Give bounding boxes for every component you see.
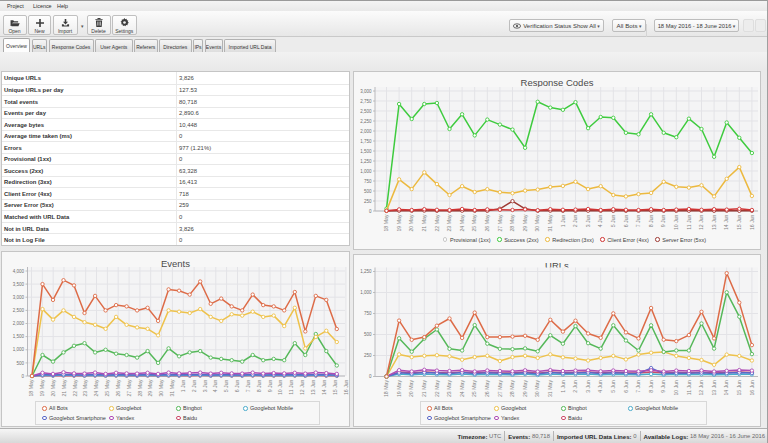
svg-text:14 Jun: 14 Jun bbox=[723, 379, 729, 395]
svg-text:1 Jun: 1 Jun bbox=[560, 379, 566, 392]
svg-text:11 Jun: 11 Jun bbox=[686, 214, 692, 229]
svg-text:27 May: 27 May bbox=[497, 379, 503, 396]
svg-text:21 May: 21 May bbox=[421, 214, 427, 231]
svg-text:9 Jun: 9 Jun bbox=[660, 214, 666, 227]
svg-text:15 Jun: 15 Jun bbox=[736, 214, 742, 230]
svg-text:1,000: 1,000 bbox=[13, 347, 25, 352]
svg-text:3 Jun: 3 Jun bbox=[585, 214, 591, 227]
svg-text:2 Jun: 2 Jun bbox=[572, 214, 578, 227]
svg-text:4,000: 4,000 bbox=[13, 269, 25, 274]
svg-text:19 May: 19 May bbox=[39, 379, 45, 396]
svg-text:1,500: 1,500 bbox=[360, 149, 372, 154]
svg-text:19 May: 19 May bbox=[396, 379, 402, 396]
svg-text:21 May: 21 May bbox=[421, 379, 427, 396]
svg-text:7 Jun: 7 Jun bbox=[635, 214, 641, 227]
svg-text:1,500: 1,500 bbox=[13, 334, 25, 339]
svg-text:3,000: 3,000 bbox=[360, 89, 372, 94]
svg-text:0: 0 bbox=[369, 374, 372, 379]
svg-text:15 Jun: 15 Jun bbox=[332, 379, 338, 395]
svg-text:2 Jun: 2 Jun bbox=[191, 379, 197, 392]
svg-text:27 May: 27 May bbox=[126, 379, 132, 396]
svg-text:13 Jun: 13 Jun bbox=[711, 214, 717, 230]
svg-text:25 May: 25 May bbox=[104, 379, 110, 396]
svg-text:20 May: 20 May bbox=[408, 379, 414, 396]
svg-text:24 May: 24 May bbox=[459, 379, 465, 396]
svg-text:1 Jun: 1 Jun bbox=[560, 214, 566, 227]
svg-text:2,750: 2,750 bbox=[360, 99, 372, 104]
svg-text:1,250: 1,250 bbox=[360, 269, 372, 274]
svg-text:4 Jun: 4 Jun bbox=[597, 214, 603, 227]
svg-text:8 Jun: 8 Jun bbox=[256, 379, 262, 392]
svg-text:3 Jun: 3 Jun bbox=[585, 379, 591, 392]
svg-text:750: 750 bbox=[364, 311, 372, 316]
svg-text:5 Jun: 5 Jun bbox=[610, 214, 616, 227]
svg-text:29 May: 29 May bbox=[147, 379, 153, 396]
svg-text:16 Jun: 16 Jun bbox=[749, 214, 755, 230]
svg-text:31 May: 31 May bbox=[169, 379, 175, 396]
svg-text:3,000: 3,000 bbox=[13, 295, 25, 300]
svg-text:29 May: 29 May bbox=[522, 214, 528, 231]
svg-text:10 Jun: 10 Jun bbox=[277, 379, 283, 395]
svg-text:20 May: 20 May bbox=[408, 214, 414, 231]
svg-text:26 May: 26 May bbox=[115, 379, 121, 396]
svg-text:23 May: 23 May bbox=[82, 379, 88, 396]
svg-text:13 Jun: 13 Jun bbox=[711, 379, 717, 395]
svg-text:30 May: 30 May bbox=[158, 379, 164, 396]
svg-text:4 Jun: 4 Jun bbox=[597, 379, 603, 392]
svg-text:28 May: 28 May bbox=[137, 379, 143, 396]
svg-text:26 May: 26 May bbox=[484, 214, 490, 231]
svg-text:23 May: 23 May bbox=[446, 379, 452, 396]
svg-text:15 Jun: 15 Jun bbox=[736, 379, 742, 395]
svg-text:14 Jun: 14 Jun bbox=[321, 379, 327, 395]
svg-text:26 May: 26 May bbox=[484, 379, 490, 396]
svg-text:0: 0 bbox=[369, 209, 372, 214]
svg-text:1,000: 1,000 bbox=[360, 169, 372, 174]
svg-text:750: 750 bbox=[364, 179, 372, 184]
svg-text:11 Jun: 11 Jun bbox=[288, 379, 294, 394]
svg-text:13 Jun: 13 Jun bbox=[310, 379, 316, 395]
svg-text:1,000: 1,000 bbox=[360, 290, 372, 295]
svg-text:2,500: 2,500 bbox=[360, 109, 372, 114]
svg-text:21 May: 21 May bbox=[61, 379, 67, 396]
svg-text:16 Jun: 16 Jun bbox=[343, 379, 349, 395]
svg-text:1,250: 1,250 bbox=[360, 159, 372, 164]
svg-text:2,000: 2,000 bbox=[13, 321, 25, 326]
svg-text:11 Jun: 11 Jun bbox=[686, 379, 692, 394]
svg-text:500: 500 bbox=[16, 361, 24, 366]
svg-text:28 May: 28 May bbox=[509, 214, 515, 231]
svg-text:22 May: 22 May bbox=[434, 214, 440, 231]
svg-text:18 May: 18 May bbox=[28, 379, 34, 396]
svg-text:31 May: 31 May bbox=[547, 379, 553, 396]
svg-text:22 May: 22 May bbox=[434, 379, 440, 396]
svg-text:29 May: 29 May bbox=[522, 379, 528, 396]
svg-text:7 Jun: 7 Jun bbox=[245, 379, 251, 392]
svg-text:18 May: 18 May bbox=[383, 379, 389, 396]
svg-text:9 Jun: 9 Jun bbox=[267, 379, 273, 392]
svg-text:7 Jun: 7 Jun bbox=[635, 379, 641, 392]
svg-text:25 May: 25 May bbox=[471, 214, 477, 231]
svg-text:6 Jun: 6 Jun bbox=[623, 214, 629, 227]
svg-text:1,750: 1,750 bbox=[360, 139, 372, 144]
svg-text:14 Jun: 14 Jun bbox=[723, 214, 729, 230]
svg-text:30 May: 30 May bbox=[534, 379, 540, 396]
svg-text:25 May: 25 May bbox=[471, 379, 477, 396]
svg-text:2,250: 2,250 bbox=[360, 119, 372, 124]
svg-text:250: 250 bbox=[364, 199, 372, 204]
svg-text:16 Jun: 16 Jun bbox=[749, 379, 755, 395]
svg-text:8 Jun: 8 Jun bbox=[648, 214, 654, 227]
svg-text:3 Jun: 3 Jun bbox=[202, 379, 208, 392]
svg-text:9 Jun: 9 Jun bbox=[660, 379, 666, 392]
svg-text:2,500: 2,500 bbox=[13, 308, 25, 313]
svg-text:23 May: 23 May bbox=[446, 214, 452, 231]
svg-text:22 May: 22 May bbox=[72, 379, 78, 396]
svg-text:2 Jun: 2 Jun bbox=[572, 379, 578, 392]
svg-text:18 May: 18 May bbox=[383, 214, 389, 231]
svg-text:10 Jun: 10 Jun bbox=[673, 379, 679, 395]
svg-text:8 Jun: 8 Jun bbox=[648, 379, 654, 392]
svg-text:12 Jun: 12 Jun bbox=[299, 379, 305, 395]
svg-text:6 Jun: 6 Jun bbox=[623, 379, 629, 392]
svg-text:31 May: 31 May bbox=[547, 214, 553, 231]
svg-text:250: 250 bbox=[364, 353, 372, 358]
svg-text:5 Jun: 5 Jun bbox=[610, 379, 616, 392]
svg-text:20 May: 20 May bbox=[50, 379, 56, 396]
